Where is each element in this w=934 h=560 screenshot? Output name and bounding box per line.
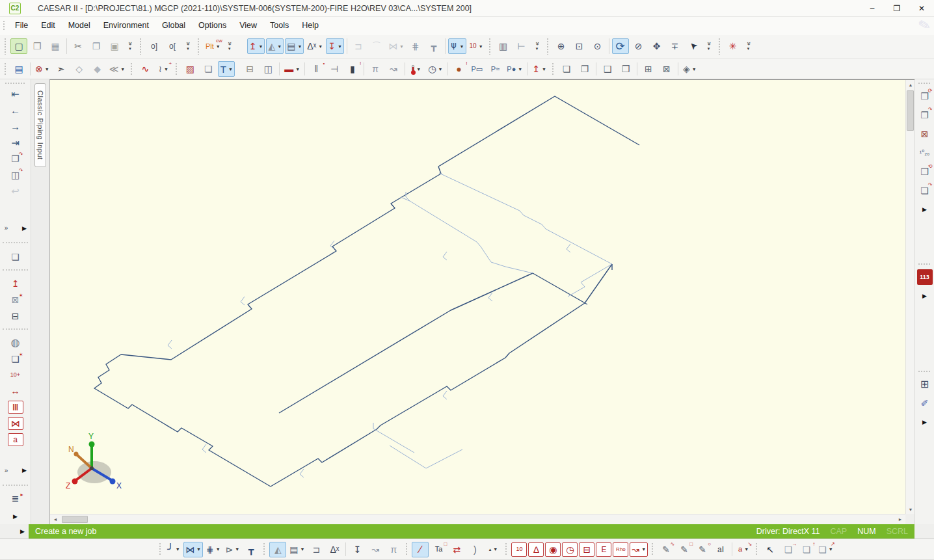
bend-button[interactable]: ⌒ bbox=[368, 38, 385, 54]
node-increment-button[interactable]: 10+ bbox=[8, 369, 23, 382]
toolbar-grip[interactable] bbox=[197, 38, 200, 54]
dropdown-arrow-icon[interactable]: ▼ bbox=[744, 547, 749, 552]
toolbar-grip[interactable] bbox=[552, 62, 555, 76]
node-axes-button[interactable]: ⋔▼ bbox=[448, 38, 466, 54]
restraint-hanger-button[interactable]: ⊢ bbox=[513, 38, 530, 54]
view-left-button[interactable]: ⊞ bbox=[640, 61, 657, 77]
expand-log-button[interactable]: ▶ bbox=[8, 509, 23, 524]
model-canvas[interactable]: YNZX bbox=[50, 80, 905, 514]
classic-piping-input-tab[interactable]: Classic Piping Input bbox=[34, 83, 46, 167]
text-annotation-button[interactable]: Ta□ bbox=[430, 542, 447, 557]
dynamic-input-button[interactable]: ≀+▼ bbox=[155, 61, 172, 77]
zoom-in-out-button[interactable]: ∓ bbox=[667, 38, 684, 54]
displacement-box-button[interactable]: ▤▼ bbox=[287, 542, 306, 557]
temperature-button[interactable]: ▼ bbox=[408, 61, 425, 77]
distribute-loads-button[interactable]: ≪▼ bbox=[107, 61, 127, 77]
pressure-gauge-button[interactable]: ◷▼ bbox=[426, 61, 444, 77]
axis-toggle-button[interactable]: ∕ bbox=[412, 542, 429, 557]
expansion-loop-wizard-button[interactable]: Ⅲ bbox=[8, 401, 23, 414]
reducer-fitting-button[interactable]: ⊳▼ bbox=[224, 542, 242, 557]
undo-button[interactable]: ↩ bbox=[8, 185, 23, 198]
toolbar-grip[interactable] bbox=[4, 62, 7, 76]
archive-documents-button[interactable]: ❏ bbox=[8, 250, 23, 263]
displacement-button[interactable]: ▤▼ bbox=[285, 38, 304, 54]
close-button[interactable]: ✕ bbox=[909, 0, 934, 16]
node-number-box-button[interactable]: 10 bbox=[511, 542, 527, 557]
grow-selection-diagonal-button[interactable]: ❏↗▼ bbox=[816, 542, 835, 557]
scroll-left-button[interactable]: ◄ bbox=[50, 514, 60, 525]
refractory-density-button[interactable]: P●▼ bbox=[505, 61, 524, 77]
dropdown-arrow-icon[interactable]: ▼ bbox=[493, 547, 498, 552]
menu-options[interactable]: Options bbox=[192, 19, 233, 32]
restore-button[interactable]: ❐ bbox=[885, 0, 909, 16]
menu-view[interactable]: View bbox=[233, 19, 263, 32]
scroll-right-button[interactable]: ► bbox=[895, 514, 905, 525]
tee-button[interactable]: ┳ bbox=[425, 38, 442, 54]
flange-fitting-button[interactable]: ⊐ bbox=[308, 542, 325, 557]
toolbar-grip[interactable] bbox=[505, 542, 508, 557]
dropdown-arrow-icon[interactable]: ▼ bbox=[297, 44, 302, 49]
view-top-button[interactable]: ❑ bbox=[599, 61, 616, 77]
anchor-button[interactable]: ↥▼ bbox=[247, 38, 265, 54]
menu-global[interactable]: Global bbox=[155, 19, 192, 32]
density-box-button[interactable]: Rho bbox=[613, 542, 628, 557]
toolbar-grip[interactable] bbox=[139, 38, 142, 54]
dropdown-arrow-icon[interactable]: ▼ bbox=[164, 67, 168, 72]
horizontal-scrollbar[interactable]: ◄ ► bbox=[50, 514, 905, 524]
batch-run-button[interactable]: ➣ bbox=[53, 61, 70, 77]
panel-grip[interactable] bbox=[918, 82, 931, 85]
menubar-grip[interactable] bbox=[3, 20, 6, 31]
draw-freehand-button[interactable]: ✎∿ bbox=[658, 542, 674, 557]
dropdown-arrow-icon[interactable]: ▼ bbox=[692, 67, 697, 72]
measure-distance-button[interactable]: ↔ bbox=[8, 385, 23, 398]
dropdown-arrow-icon[interactable]: ▼ bbox=[542, 67, 546, 72]
dropdown-arrow-icon[interactable]: ▼ bbox=[399, 44, 404, 49]
dropdown-arrow-icon[interactable]: ▼ bbox=[295, 67, 300, 72]
expansion-joint-fitting-button[interactable]: ⋕▼ bbox=[204, 542, 222, 557]
list-report-button[interactable]: ◫ bbox=[260, 61, 276, 77]
panel-grip[interactable] bbox=[918, 370, 931, 373]
anchor-fitting-button[interactable]: ↧ bbox=[349, 542, 366, 557]
elastic-modulus-box-button[interactable]: E bbox=[596, 542, 611, 557]
view-front-button[interactable]: ❏ bbox=[558, 61, 575, 77]
pipe-density-button[interactable]: P▭ bbox=[468, 61, 485, 77]
dropdown-arrow-icon[interactable]: ▼ bbox=[829, 547, 833, 552]
toolbar-grip[interactable] bbox=[488, 38, 492, 54]
toolbox-button[interactable]: ⊟ bbox=[241, 61, 258, 77]
dropdown-arrow-icon[interactable]: ▼ bbox=[216, 547, 220, 552]
menu-environment[interactable]: Environment bbox=[97, 19, 155, 32]
insulated-pipe-button[interactable]: ▮! bbox=[344, 61, 361, 77]
node-spacing-button[interactable]: ⇄ bbox=[448, 542, 465, 557]
node-numbers-button[interactable]: 10▼ bbox=[468, 38, 485, 54]
dropdown-arrow-icon[interactable]: ▼ bbox=[338, 44, 342, 49]
expand-edit-button[interactable]: ▶ bbox=[17, 463, 33, 479]
fluid-density-button[interactable]: ●! bbox=[450, 61, 467, 77]
dynamic-analysis-button[interactable]: ∿ bbox=[137, 61, 153, 77]
duplicate-element-button[interactable]: ◫↷ bbox=[8, 168, 23, 181]
first-element-button[interactable]: ⇤ bbox=[8, 88, 23, 101]
panel-grip[interactable] bbox=[918, 263, 931, 266]
vertical-scroll-thumb[interactable] bbox=[907, 90, 914, 131]
view-right-button[interactable]: ⊠ bbox=[658, 61, 675, 77]
rotate-view-button[interactable]: ⟳ bbox=[612, 38, 629, 54]
more-nav-button[interactable]: » bbox=[0, 220, 14, 236]
status-expand-arrow[interactable]: ▶ bbox=[20, 528, 25, 535]
file-group-overflow[interactable]: »▼ bbox=[125, 38, 135, 54]
diameter-box-button[interactable]: ◉ bbox=[545, 542, 561, 557]
highlight-pen-button[interactable]: ✐ bbox=[917, 395, 933, 411]
dropdown-arrow-icon[interactable]: ▼ bbox=[120, 67, 125, 72]
save-file-button[interactable]: ▦ bbox=[47, 38, 64, 54]
riser-tool-button[interactable]: ↥▼ bbox=[530, 61, 548, 77]
lower-anchor-button[interactable]: ↧▼ bbox=[326, 38, 344, 54]
delta-box-button[interactable]: ∆ bbox=[528, 542, 544, 557]
wind-loads-button[interactable]: ▨ bbox=[181, 61, 198, 77]
plumb-check-1-button[interactable]: ◇ bbox=[71, 61, 88, 77]
dropdown-arrow-icon[interactable]: ▼ bbox=[216, 44, 220, 49]
display-group-overflow[interactable]: »▼ bbox=[532, 38, 542, 54]
toolbar-grip[interactable] bbox=[546, 38, 550, 54]
menu-file[interactable]: File bbox=[8, 19, 34, 32]
draw-rectangle-button[interactable]: ✎□ bbox=[676, 542, 693, 557]
restraint-button[interactable]: ◭▼ bbox=[266, 38, 284, 54]
flow-fitting-button[interactable]: ↝ bbox=[367, 542, 384, 557]
view-group-overflow[interactable]: »▼ bbox=[704, 38, 714, 54]
